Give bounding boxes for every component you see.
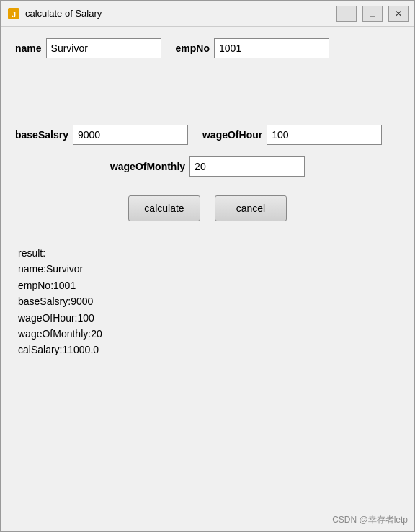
result-hour: wageOfHour:100 <box>18 310 397 326</box>
base-salary-input[interactable] <box>73 125 188 145</box>
result-empno: empNo:1001 <box>18 278 397 293</box>
calculate-button[interactable]: calculate <box>128 195 200 221</box>
main-window: J calculate of Salary — □ ✕ name empNo <box>0 0 415 532</box>
result-monthly: wageOfMonthly:20 <box>18 326 397 342</box>
result-cal-salary: calSalary:11000.0 <box>18 342 397 358</box>
app-icon: J <box>6 6 21 21</box>
empno-field-group: empNo <box>176 38 329 58</box>
result-header: result: <box>18 245 397 261</box>
name-empno-row: name empNo <box>15 38 400 58</box>
wage-monthly-field-group: wageOfMonthly <box>110 156 305 177</box>
window-controls: — □ ✕ <box>336 6 409 22</box>
cancel-button[interactable]: cancel <box>215 195 287 221</box>
wage-hour-label: wageOfHour <box>202 129 262 141</box>
wage-monthly-label: wageOfMonthly <box>110 161 185 172</box>
form-section: name empNo baseSalsry wageOfHour <box>15 38 400 221</box>
button-row: calculate cancel <box>15 195 400 221</box>
result-section: result: name:Survivor empNo:1001 baseSal… <box>15 236 400 367</box>
wage-hour-field-group: wageOfHour <box>202 125 382 145</box>
base-salary-field-group: baseSalsry <box>15 125 188 145</box>
result-base: baseSalsry:9000 <box>18 293 397 309</box>
form-content: name empNo baseSalsry wageOfHour <box>1 27 414 531</box>
window-title: calculate of Salary <box>25 8 336 19</box>
empno-label: empNo <box>176 43 210 54</box>
minimize-button[interactable]: — <box>336 6 357 22</box>
maximize-button[interactable]: □ <box>362 6 383 22</box>
title-bar: J calculate of Salary — □ ✕ <box>1 1 414 27</box>
result-name: name:Survivor <box>18 261 397 277</box>
spacer-1 <box>15 70 400 113</box>
name-label: name <box>15 43 42 54</box>
empno-input[interactable] <box>214 38 329 58</box>
close-button[interactable]: ✕ <box>388 6 409 22</box>
name-input[interactable] <box>46 38 161 58</box>
svg-text:J: J <box>12 10 16 19</box>
wage-hour-input[interactable] <box>267 125 382 145</box>
salary-hour-row: baseSalsry wageOfHour <box>15 125 400 145</box>
wage-monthly-row: wageOfMonthly <box>15 156 400 177</box>
base-salary-label: baseSalsry <box>15 129 68 141</box>
wage-monthly-input[interactable] <box>189 156 305 177</box>
name-field-group: name <box>15 38 161 58</box>
